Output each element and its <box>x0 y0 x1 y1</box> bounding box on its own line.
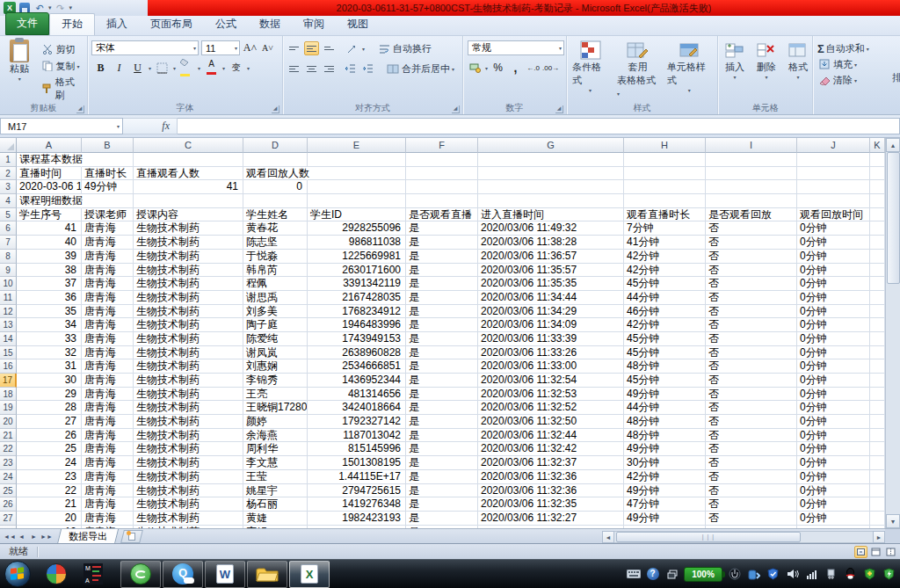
cell[interactable]: 2020/03/06 11:32:36 <box>478 470 624 484</box>
cell[interactable]: 22 <box>17 484 82 498</box>
prev-sheet-button[interactable]: ◄ <box>16 531 27 542</box>
taskbar-pinwheel-app[interactable] <box>39 561 74 588</box>
cell[interactable] <box>870 291 885 305</box>
cell[interactable]: 2534666851 <box>308 359 406 374</box>
cell[interactable] <box>478 153 624 167</box>
cell[interactable] <box>870 305 885 319</box>
autosum-button[interactable]: Σ自动求和▾ <box>815 38 898 56</box>
cell[interactable]: 0分钟 <box>797 318 870 332</box>
accounting-format-button[interactable] <box>468 61 483 75</box>
cell[interactable]: 程佩 <box>243 277 308 291</box>
qat-customize-dropdown[interactable]: ▾ <box>69 4 73 11</box>
power-plug-icon[interactable] <box>727 567 742 582</box>
row-header[interactable]: 9 <box>0 264 17 278</box>
row-header[interactable]: 15 <box>0 346 17 360</box>
align-bottom-button[interactable] <box>322 41 337 55</box>
cell[interactable]: 0分钟 <box>797 484 870 498</box>
cell[interactable]: 2020/03/06 11:32:44 <box>478 429 624 443</box>
cell[interactable]: 是 <box>406 497 478 512</box>
cell[interactable]: 2020/03/06 11:34:44 <box>478 291 624 305</box>
cell[interactable] <box>870 332 885 346</box>
increase-indent-button[interactable] <box>360 62 375 76</box>
cell[interactable]: 2020/03/06 11:38:28 <box>478 236 624 250</box>
cell[interactable] <box>308 194 406 208</box>
row-header[interactable]: 4 <box>0 194 17 208</box>
font-size-select[interactable]: 11▾ <box>201 40 240 55</box>
cell[interactable]: 生物技术制药 <box>134 221 243 236</box>
row-header[interactable]: 3 <box>0 180 17 194</box>
cell[interactable]: 2020/03/06 11:34:29 <box>478 305 624 319</box>
cell[interactable]: 2630171600 <box>308 264 406 278</box>
network-signal-icon[interactable] <box>804 567 819 582</box>
cell[interactable]: 观看回放人数 <box>243 167 308 181</box>
row-header[interactable]: 2 <box>0 167 17 181</box>
cell[interactable] <box>797 194 870 208</box>
cell[interactable] <box>478 180 624 194</box>
cell[interactable]: 49分钟 <box>624 512 706 526</box>
first-sheet-button[interactable]: ◄◄ <box>4 531 15 542</box>
fill-button[interactable]: 填充▾ <box>815 56 898 72</box>
cell[interactable]: 否 <box>706 359 797 374</box>
cell[interactable] <box>870 484 885 498</box>
cell[interactable]: 唐青海 <box>82 497 134 512</box>
cell[interactable]: 1982423193 <box>308 512 406 526</box>
cell[interactable]: 陈爱纯 <box>243 332 308 346</box>
cell[interactable]: 生物技术制药 <box>134 374 243 388</box>
cell[interactable]: 否 <box>706 401 797 415</box>
cell[interactable]: 2638960828 <box>308 346 406 360</box>
cell[interactable] <box>870 359 885 374</box>
cell[interactable]: 生物技术制药 <box>134 388 243 402</box>
cell[interactable]: 黄春花 <box>243 221 308 236</box>
cell[interactable]: 生物技术制药 <box>134 264 243 278</box>
cell[interactable]: 唐青海 <box>82 318 134 332</box>
cell[interactable]: 0分钟 <box>797 332 870 346</box>
insert-function-button[interactable]: fx <box>123 118 178 134</box>
cell[interactable]: 周利华 <box>243 442 308 456</box>
row-header[interactable]: 26 <box>0 497 17 512</box>
cell[interactable]: 陶子庭 <box>243 318 308 332</box>
insert-dropdown[interactable]: ▾ <box>733 74 736 80</box>
cell[interactable]: 41 <box>134 180 243 194</box>
cell[interactable]: 唐青海 <box>82 332 134 346</box>
cell[interactable] <box>243 194 308 208</box>
cell[interactable]: 否 <box>706 484 797 498</box>
paste-button[interactable]: 粘贴 ▾ <box>2 38 38 103</box>
scroll-left-arrow[interactable]: ◄ <box>602 531 614 543</box>
column-header[interactable]: E <box>308 138 406 153</box>
italic-button[interactable]: I <box>112 61 127 75</box>
cell[interactable]: 是否观看回放 <box>706 208 797 222</box>
cell[interactable]: 李文慧 <box>243 456 308 470</box>
cell[interactable]: 否 <box>706 388 797 402</box>
cell[interactable]: 30分钟 <box>624 456 706 470</box>
taskbar-qq-browser[interactable]: Q <box>163 561 203 588</box>
row-header[interactable]: 18 <box>0 388 17 402</box>
cell[interactable] <box>706 194 797 208</box>
formula-input[interactable] <box>178 118 900 134</box>
cell[interactable]: 课程明细数据 <box>17 194 82 208</box>
cell[interactable] <box>870 346 885 360</box>
tab-data[interactable]: 数据 <box>248 14 292 35</box>
cell[interactable]: 否 <box>706 318 797 332</box>
cell[interactable]: 2020/03/06 11:32:50 <box>478 415 624 429</box>
row-header[interactable]: 25 <box>0 484 17 498</box>
align-top-button[interactable] <box>287 41 301 55</box>
cell[interactable]: 是 <box>406 415 478 429</box>
cell[interactable]: 唐青海 <box>82 401 134 415</box>
cell[interactable]: 否 <box>706 346 797 360</box>
cell[interactable]: 生物技术制药 <box>134 277 243 291</box>
cell[interactable]: 0分钟 <box>797 442 870 456</box>
cell[interactable]: 否 <box>706 429 797 443</box>
shrink-font-button[interactable]: A˅ <box>260 40 275 54</box>
cell[interactable]: 1946483996 <box>308 318 406 332</box>
horizontal-scroll-thumb[interactable]: | | | <box>616 532 801 542</box>
cell[interactable]: 2020/03/06 11:36:57 <box>478 250 624 264</box>
security-shield-icon[interactable] <box>766 567 780 582</box>
cell[interactable]: 7分钟 <box>624 221 706 236</box>
horizontal-scrollbar[interactable]: ◄ | | | ► <box>602 531 885 543</box>
cell[interactable]: 是 <box>406 456 478 470</box>
cell[interactable]: 唐青海 <box>82 346 134 360</box>
cell[interactable]: 28 <box>17 401 82 415</box>
tab-review[interactable]: 审阅 <box>292 14 336 35</box>
cell[interactable]: 42分钟 <box>624 318 706 332</box>
cell[interactable] <box>624 153 706 167</box>
